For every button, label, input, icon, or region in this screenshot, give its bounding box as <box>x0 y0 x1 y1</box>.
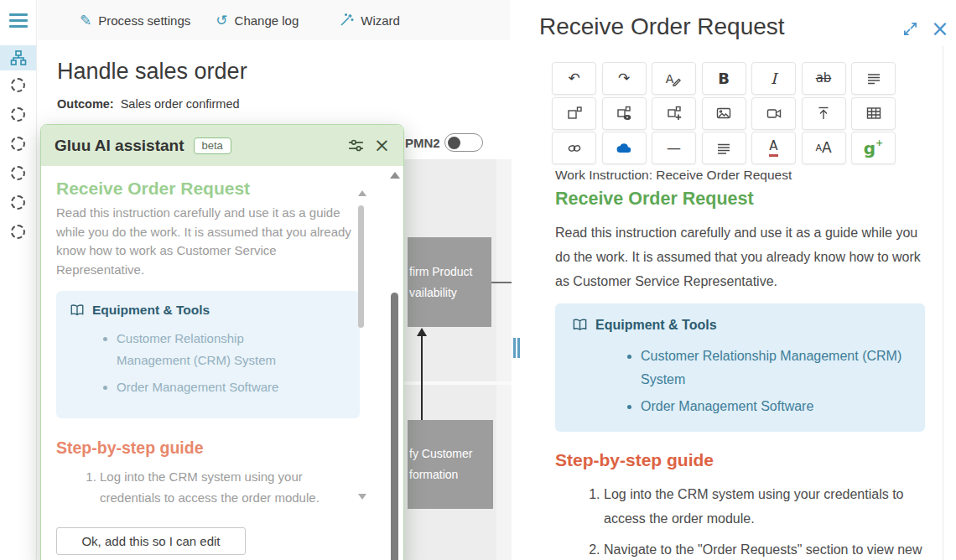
steps-title: Step-by-step guide <box>555 450 925 470</box>
ai-popup-title: Gluu AI assistant <box>55 137 184 155</box>
ai-heading: Receive Order Request <box>56 179 361 199</box>
flow-arrow-head <box>417 328 427 336</box>
gluu-ai-button[interactable]: g+ <box>851 132 896 164</box>
insert-image-button[interactable] <box>702 97 746 130</box>
blocks-preview-icon <box>616 105 632 122</box>
insert-block-button[interactable] <box>552 97 596 130</box>
strikethrough-icon: ab <box>816 72 832 85</box>
scroll-up-arrow[interactable] <box>358 190 366 196</box>
onedrive-cloud-icon <box>615 140 633 157</box>
process-canvas[interactable]: firm Product vailability fy Customer for… <box>403 159 512 560</box>
gluu-ai-icon: g+ <box>864 140 884 157</box>
video-icon <box>766 105 782 122</box>
blocks-icon <box>566 105 583 122</box>
change-log-label: Change log <box>235 13 299 28</box>
link-icon <box>566 140 583 157</box>
equipment-tools-box: Equipment & Tools Customer Relationship … <box>555 303 925 432</box>
font-size-button[interactable]: AA <box>802 132 846 164</box>
undo-icon: ↶ <box>568 71 579 86</box>
process-settings-button[interactable]: ✎ Process settings <box>80 13 190 28</box>
work-instruction-line: Work Instruction: Receive Order Request <box>555 168 925 183</box>
editor-toolbar: ↶ ↷ A B I ab <box>552 62 896 164</box>
wizard-button[interactable]: Wizard <box>339 13 400 28</box>
redo-button[interactable]: ↷ <box>602 62 647 95</box>
expand-icon <box>902 21 918 37</box>
equipment-title: Equipment & Tools <box>595 318 717 333</box>
blocks-add-icon <box>666 105 683 122</box>
undo-button[interactable]: ↶ <box>552 62 596 95</box>
bold-button[interactable]: B <box>702 62 746 95</box>
preview-block-button[interactable] <box>602 97 647 130</box>
bold-icon: B <box>718 71 730 86</box>
image-icon <box>715 105 732 122</box>
wand-icon <box>339 13 354 28</box>
insert-table-button[interactable] <box>851 97 896 130</box>
ai-equipment-title: Equipment & Tools <box>92 303 210 318</box>
book-icon <box>70 303 85 318</box>
horizontal-rule-button[interactable]: — <box>652 132 696 164</box>
ai-settings-button[interactable] <box>347 137 365 154</box>
list-button[interactable] <box>851 62 896 95</box>
scroll-down-arrow[interactable] <box>358 494 366 500</box>
ai-close-button[interactable]: × <box>374 136 390 155</box>
lane-separator <box>403 381 512 385</box>
change-log-button[interactable]: ↺ Change log <box>216 13 299 28</box>
font-color-button[interactable]: A <box>751 132 796 164</box>
scroll-to-top-button[interactable] <box>802 97 846 130</box>
history-icon: ↺ <box>216 13 227 28</box>
beta-badge: beta <box>194 137 231 154</box>
spinner-icon <box>11 78 25 92</box>
process-diagram-icon <box>10 49 27 66</box>
panel-title: Receive Order Request <box>539 13 785 40</box>
close-icon: × <box>374 136 390 155</box>
hamburger-menu-icon[interactable] <box>9 13 28 31</box>
pencil-overlay-icon <box>672 76 682 86</box>
ai-equipment-tools-box: Equipment & Tools Customer Relationship … <box>56 291 360 418</box>
task-verify-customer-information[interactable]: fy Customer formation <box>408 420 493 509</box>
outer-scrollbar-thumb[interactable] <box>391 293 398 560</box>
font-size-icon: A <box>815 143 822 153</box>
redo-icon: ↷ <box>618 71 630 86</box>
ai-equipment-item: Order Management Software <box>117 376 296 398</box>
font-color-icon: A <box>769 139 777 156</box>
work-instruction-panel: Receive Order Request × ↶ ↷ A B I ab <box>520 0 956 560</box>
onedrive-button[interactable] <box>602 132 647 164</box>
sidebar-item-process-diagram[interactable] <box>0 45 36 70</box>
insert-link-button[interactable] <box>552 132 596 164</box>
panel-resize-handle[interactable] <box>513 338 520 358</box>
outer-scroll-up-arrow[interactable] <box>390 172 400 179</box>
ai-intro: Read this instruction carefully and use … <box>56 204 355 279</box>
bpmn-toggle[interactable] <box>444 133 483 152</box>
align-button[interactable] <box>702 132 746 164</box>
process-settings-label: Process settings <box>98 13 190 28</box>
expand-button[interactable] <box>902 21 918 40</box>
sliders-icon <box>347 137 365 154</box>
task-confirm-product-availability[interactable]: firm Product vailability <box>408 237 491 327</box>
panel-close-button[interactable]: × <box>931 18 949 39</box>
panel-scrollbar-track <box>943 46 943 560</box>
instruction-intro: Read this instruction carefully and use … <box>555 220 925 293</box>
spinner-icon <box>11 195 25 210</box>
italic-icon: I <box>771 71 777 86</box>
ai-equipment-item: Customer Relationship Management (CRM) S… <box>117 328 296 371</box>
outcome-value: Sales order confirmed <box>121 97 240 111</box>
ai-confirm-button[interactable]: Ok, add this so I can edit <box>56 527 246 555</box>
inner-scrollbar-thumb[interactable] <box>358 205 364 328</box>
italic-button[interactable]: I <box>751 62 796 95</box>
strikethrough-button[interactable]: ab <box>802 62 846 95</box>
horizontal-rule-icon: — <box>667 141 681 155</box>
table-icon <box>865 105 882 122</box>
pencil-icon: ✎ <box>80 13 91 28</box>
font-style-button[interactable]: A <box>652 62 696 95</box>
insert-video-button[interactable] <box>751 97 796 130</box>
instruction-document[interactable]: Work Instruction: Receive Order Request … <box>555 168 925 560</box>
add-block-button[interactable] <box>652 97 696 130</box>
align-justify-icon <box>715 140 732 157</box>
spinner-icon <box>11 137 25 151</box>
wizard-label: Wizard <box>361 13 400 28</box>
spinner-icon <box>11 225 25 239</box>
spinner-icon <box>11 166 25 180</box>
instruction-heading: Receive Order Request <box>555 189 925 210</box>
list-icon <box>865 70 882 87</box>
flow-arrow <box>421 335 423 420</box>
